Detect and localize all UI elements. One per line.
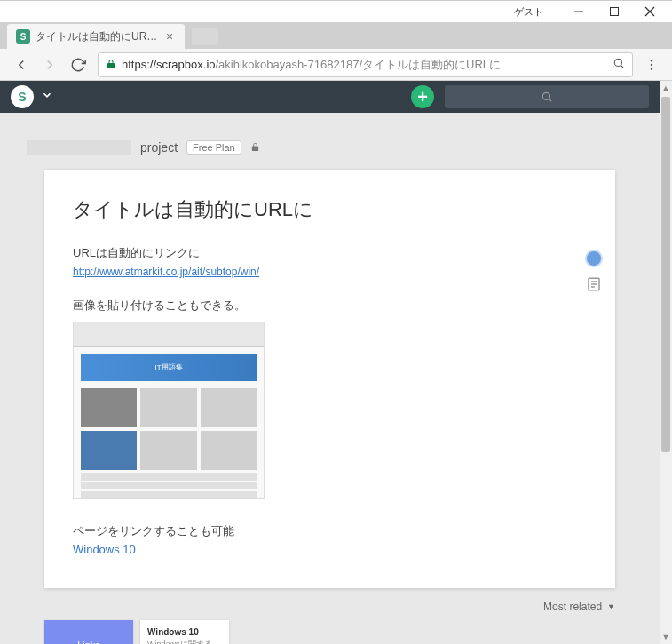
page-external-link[interactable]: http://www.atmarkit.co.jp/ait/subtop/win… [73,266,259,278]
svg-point-6 [651,60,652,61]
url-search-icon[interactable] [613,57,625,73]
project-name-redacted [27,140,131,155]
guest-label: ゲスト [514,5,543,19]
svg-point-8 [651,68,652,69]
browser-menu-button[interactable] [638,58,665,72]
tab-close-button[interactable]: × [163,30,176,43]
scrollbar-down-button[interactable]: ▼ [660,630,672,644]
search-input[interactable] [445,85,649,108]
chevron-down-icon: ▼ [607,602,615,611]
user-avatar-icon[interactable] [585,250,603,267]
svg-point-4 [614,59,621,66]
browser-address-bar: https://scrapbox.io/akihikokobayash-7168… [0,49,672,81]
browser-tab-bar: タイトルは自動的にURLに - × [0,22,672,49]
related-card-title: Windows 10 [147,627,222,637]
related-card-desc: Windowsに関する [147,640,222,644]
related-card[interactable]: Windows 10 Windowsに関する [140,620,229,644]
svg-point-9 [542,92,549,99]
lock-icon [106,57,116,73]
page-internal-link[interactable]: Windows 10 [73,543,136,556]
svg-rect-1 [611,8,619,16]
scrollbar-up-button[interactable]: ▲ [660,81,672,95]
window-titlebar: ゲスト [0,0,672,22]
project-header: project Free Plan [0,113,660,170]
lock-icon [250,139,260,155]
page-title[interactable]: タイトルは自動的にURLに [73,196,587,223]
project-plan-badge: Free Plan [186,140,241,155]
project-label[interactable]: project [140,140,178,155]
app-viewport: + project Free Plan タイトルは自動的にURLに URLは自動… [0,81,672,644]
url-text: https://scrapbox.io/akihikokobayash-7168… [122,57,607,73]
svg-line-5 [621,65,624,68]
page-card[interactable]: タイトルは自動的にURLに URLは自動的にリンクに http://www.at… [44,170,615,588]
nav-forward-button[interactable] [36,51,64,79]
browser-tab[interactable]: タイトルは自動的にURLに - × [7,24,185,49]
new-page-button[interactable]: + [411,85,434,108]
related-sort-dropdown[interactable]: Most related▼ [0,588,660,620]
project-switcher-button[interactable] [41,89,53,105]
window-close-button[interactable] [632,2,668,21]
tab-title: タイトルは自動的にURLに - [36,29,158,44]
app-navbar: + [0,81,660,113]
app-logo-icon[interactable] [11,85,34,108]
related-cards: Links Windows 10 Windowsに関する [0,620,660,644]
scrollbar-thumb[interactable] [661,97,670,452]
window-maximize-button[interactable] [597,2,632,21]
nav-back-button[interactable] [7,51,36,79]
url-input[interactable]: https://scrapbox.io/akihikokobayash-7168… [98,52,633,77]
svg-point-7 [651,63,652,65]
page-side-icons [585,250,603,292]
related-links-card[interactable]: Links [44,620,133,644]
vertical-scrollbar[interactable]: ▲ ▼ [660,81,672,644]
embedded-image[interactable]: IT用語集 [73,322,265,499]
window-minimize-button[interactable] [561,2,597,21]
nav-reload-button[interactable] [64,51,92,79]
stream-icon[interactable] [586,276,602,292]
page-line[interactable]: 画像を貼り付けることもできる。 [73,295,587,315]
tab-favicon-icon [16,29,30,44]
svg-line-10 [549,99,552,102]
page-line[interactable]: URLは自動的にリンクに [73,242,587,263]
new-tab-button[interactable] [192,28,218,45]
page-line[interactable]: ページをリンクすることも可能 [73,521,587,541]
